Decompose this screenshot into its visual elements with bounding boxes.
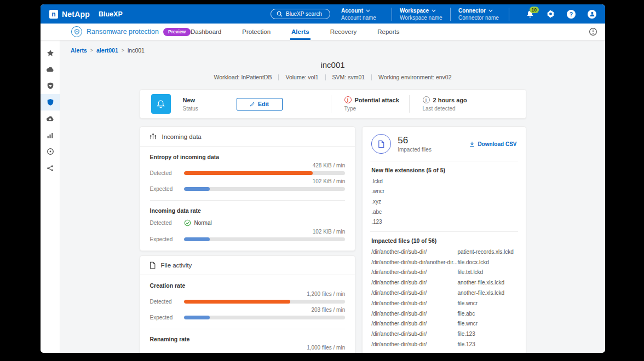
tab-reports[interactable]: Reports — [376, 24, 400, 40]
last-detected-section: i 2 hours ago Last detected — [410, 96, 526, 112]
entropy-expected-bar — [184, 187, 346, 191]
detected-label: Detected — [150, 220, 184, 226]
breadcrumb-alert001-link[interactable]: alert001 — [96, 47, 118, 54]
creation-detected-bar — [184, 300, 346, 304]
detected-label: Detected — [150, 170, 184, 176]
creation-detected-value: 1,200 files / min — [150, 291, 346, 297]
type-section: ! Potential attack Type — [331, 96, 409, 112]
topbar-divider — [450, 8, 451, 21]
meta-volume: Volume: vol1 — [285, 74, 318, 80]
page-title: inc001 — [60, 60, 605, 69]
rate-expected-bar — [184, 237, 346, 241]
rate-expected-value: 102 KiB / min — [150, 229, 346, 235]
meta-workload: Workload: InPatientDB — [214, 74, 272, 80]
tab-protection[interactable]: Protection — [241, 24, 272, 40]
nav-share-icon[interactable] — [41, 160, 60, 176]
file-row: /dir/another-dir/sub-dir/file.wncr — [371, 318, 516, 329]
incoming-arrows-icon — [149, 132, 157, 141]
extension-item: .xyz — [371, 196, 516, 207]
file-row: /dir/another-dir/sub-dir/another-file.xl… — [371, 277, 516, 288]
meta-divider — [325, 74, 326, 80]
brand-name: NetApp — [62, 10, 90, 19]
help-button[interactable]: ? — [567, 10, 576, 19]
alert-bell-icon — [151, 94, 171, 114]
service-header: Ransomware protection Preview Dashboard … — [41, 24, 605, 40]
breadcrumb-alerts-link[interactable]: Alerts — [71, 47, 87, 54]
impacted-files-section: Impacted files (10 of 56) /dir/another-d… — [363, 232, 525, 353]
type-value: Potential attack — [355, 97, 399, 103]
creation-expected-value: 203 files / min — [150, 307, 346, 313]
status-label: Status — [183, 106, 198, 112]
download-csv-button[interactable]: Download CSV — [469, 141, 516, 147]
user-avatar-button[interactable] — [588, 10, 596, 19]
breadcrumb-current: inc001 — [128, 47, 145, 54]
notification-count-badge: 10 — [530, 7, 539, 13]
last-detected-label: Last detected — [423, 106, 526, 112]
meta-svm: SVM: svm01 — [332, 74, 365, 80]
incident-meta: Workload: InPatientDB Volume: vol1 SVM: … — [60, 74, 605, 80]
meta-divider — [371, 74, 372, 80]
meta-divider — [278, 74, 279, 80]
workspace-value: Workspace name — [400, 14, 442, 21]
impacted-files-icon — [371, 134, 391, 154]
topbar-icons: 10 ? — [526, 10, 596, 19]
file-row: /dir/another-dir/sub-dir/file.123 — [371, 339, 516, 350]
breadcrumb-separator: > — [90, 48, 93, 53]
nav-ransomware-shield-icon[interactable] — [41, 94, 60, 110]
account-menu[interactable]: Account Account name — [341, 7, 384, 21]
impacted-files-card: 56 Impacted files Download CSV New file … — [362, 126, 526, 353]
file-row: /dir/another-dir/sub-dir/another-dir...f… — [371, 257, 516, 267]
renaming-rate-title: Renaming rate — [150, 336, 346, 342]
file-row: /dir/another-dir/sub-dir/file.txt.lckd — [371, 267, 516, 278]
topbar-divider — [509, 8, 509, 21]
detected-label: Detected — [150, 299, 184, 305]
connector-label: Connector — [458, 7, 486, 14]
section-divider — [150, 200, 346, 201]
renaming-detected-value: 1,000 files / min — [150, 345, 346, 351]
download-icon — [469, 141, 475, 147]
account-label: Account — [341, 7, 363, 14]
file-activity-title: File activity — [161, 262, 192, 269]
ransomware-protection-icon — [71, 26, 82, 37]
nav-star-icon[interactable] — [41, 45, 60, 61]
bluexp-search-button[interactable]: BlueXP search — [271, 9, 330, 19]
nav-analytics-icon[interactable] — [41, 127, 60, 143]
settings-gear-icon[interactable] — [547, 10, 555, 18]
pencil-icon — [250, 101, 255, 107]
notifications-button[interactable]: 10 — [526, 10, 534, 19]
edit-button[interactable]: Edit — [237, 98, 283, 110]
tab-alerts[interactable]: Alerts — [290, 24, 311, 40]
impacted-count: 56 — [398, 135, 432, 146]
file-row: /dir/another-dir/sub-dir/file.123 — [371, 329, 516, 339]
breadcrumb: Alerts > alert001 > inc001 — [60, 40, 605, 54]
connector-menu[interactable]: Connector Connector name — [458, 7, 501, 21]
status-value: New — [183, 97, 198, 103]
account-value: Account name — [341, 14, 384, 21]
meta-working-environment: Working environment: env02 — [378, 74, 451, 80]
extension-item: .lckd — [371, 176, 516, 187]
impacted-count-label: Impacted files — [398, 147, 432, 153]
creation-expected-bar — [184, 316, 346, 319]
chevron-down-icon — [488, 9, 493, 12]
bluexp-window: n NetApp BlueXP BlueXP search Account Ac… — [41, 4, 605, 353]
incoming-data-card: Incoming data Entropy of incoming data 4… — [140, 126, 356, 251]
tab-dashboard[interactable]: Dashboard — [189, 24, 222, 40]
nav-shield-heart-icon[interactable] — [41, 78, 60, 94]
tab-bar: Dashboard Protection Alerts Recovery Rep… — [189, 24, 401, 40]
product-name: BlueXP — [99, 10, 123, 18]
preview-badge: Preview — [163, 28, 191, 36]
chevron-down-icon — [366, 9, 370, 12]
info-menu-button[interactable] — [589, 27, 597, 36]
netapp-logo-icon: n — [49, 10, 58, 19]
entropy-detected-bar — [184, 171, 346, 175]
file-row: /dir/another-dir/sub-dir/file.abc — [371, 308, 516, 319]
file-activity-card: File activity Creation rate 1,200 files … — [140, 255, 356, 353]
workspace-menu[interactable]: Workspace Workspace name — [400, 7, 442, 21]
nav-cloud-icon[interactable] — [41, 61, 60, 78]
entropy-detected-value: 428 KiB / min — [150, 162, 346, 168]
nav-cloud-home-icon[interactable] — [41, 110, 60, 127]
nav-disc-icon[interactable] — [41, 143, 60, 160]
extension-item: .abc — [371, 207, 516, 217]
question-mark-icon: ? — [570, 11, 573, 18]
tab-recovery[interactable]: Recovery — [329, 24, 358, 40]
